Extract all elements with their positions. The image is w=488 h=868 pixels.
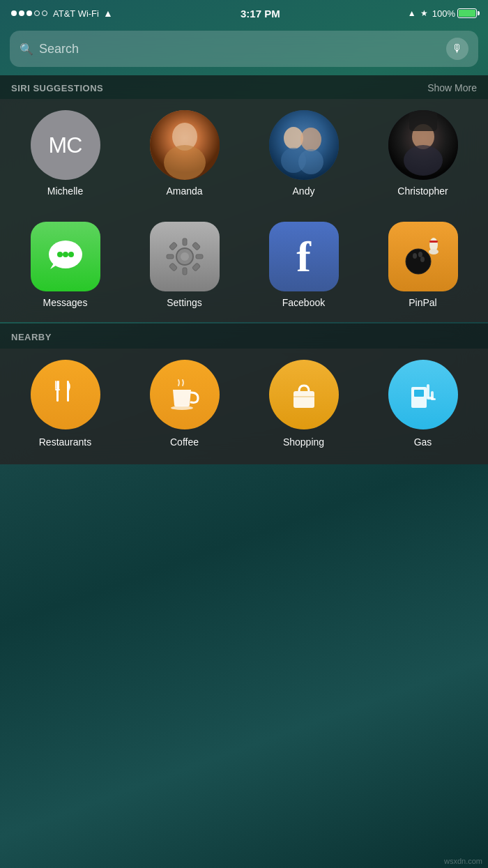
status-right: ▲ ★ 100% [408,8,477,19]
svg-rect-20 [183,268,187,275]
nearby-name-gas: Gas [414,436,432,448]
svg-point-11 [404,145,443,176]
battery-text: 100% [432,8,455,19]
svg-point-7 [298,149,323,174]
contact-name-michelle: Michelle [47,185,83,197]
app-name-pinpal: PinPal [409,297,436,308]
svg-rect-19 [183,238,187,245]
nearby-restaurants[interactable]: Restaurants [7,360,123,448]
facebook-letter: f [296,235,311,278]
contact-avatar-christopher [388,110,458,180]
status-left: AT&T Wi-Fi ▲ [11,8,113,19]
status-bar: AT&T Wi-Fi ▲ 3:17 PM ▲ ★ 100% [0,0,488,25]
contact-avatar-andy [269,110,339,180]
christopher-photo [388,110,458,180]
siri-suggestions-header: SIRI SUGGESTIONS Show More [0,75,488,99]
contact-michelle[interactable]: MC Michelle [7,110,123,197]
svg-point-29 [418,252,422,257]
search-bar[interactable]: 🔍 Search 🎙 [10,31,478,67]
app-messages[interactable]: Messages [7,222,123,308]
app-icon-messages [31,222,100,291]
svg-point-33 [429,249,439,254]
search-container: 🔍 Search 🎙 [0,25,488,75]
nearby-shopping[interactable]: Shopping [245,360,362,448]
svg-rect-37 [55,389,60,390]
svg-point-30 [420,257,425,262]
svg-point-2 [164,145,206,180]
svg-point-5 [300,128,321,151]
nearby-gas[interactable]: Gas [365,360,481,448]
contact-christopher[interactable]: Christopher [365,110,481,197]
contact-andy[interactable]: Andy [245,110,362,197]
bottom-area [0,466,488,647]
search-icon: 🔍 [20,43,33,56]
svg-rect-43 [414,390,424,397]
signal-dot-2 [19,10,24,16]
svg-point-27 [406,249,431,274]
status-time: 3:17 PM [241,8,280,20]
svg-rect-24 [192,242,200,250]
watermark: wsxdn.com [444,857,482,865]
battery-container: 100% [432,8,477,19]
svg-point-28 [413,253,417,259]
signal-dot-4 [34,10,40,16]
nearby-icon-restaurants [31,360,100,429]
bluetooth-icon: ★ [420,8,428,18]
nearby-coffee[interactable]: Coffee [126,360,243,448]
svg-rect-32 [429,241,438,243]
nearby-name-coffee: Coffee [170,436,199,448]
nearby-icon-gas [388,360,458,429]
svg-point-16 [68,252,74,257]
nearby-header: NEARBY [0,323,488,349]
app-pinpal[interactable]: PinPal [365,222,481,308]
svg-rect-36 [58,381,59,389]
contact-initials-michelle: MC [49,132,82,158]
svg-rect-21 [167,254,174,259]
svg-rect-26 [192,263,200,271]
mic-icon[interactable]: 🎙 [446,38,468,60]
svg-rect-35 [55,381,56,389]
contact-amanda[interactable]: Amanda [126,110,243,197]
contact-avatar-michelle: MC [31,110,100,180]
amanda-photo [150,110,220,180]
app-name-settings: Settings [167,297,202,308]
svg-rect-47 [431,398,436,400]
wifi-icon: ▲ [103,8,113,19]
contacts-grid: MC Michelle [0,99,488,211]
apps-grid: Messages [0,211,488,322]
contact-name-christopher: Christopher [397,185,448,197]
nearby-name-restaurants: Restaurants [39,436,91,448]
app-icon-pinpal [388,222,458,291]
svg-rect-25 [169,263,177,271]
nearby-icon-coffee [150,360,220,429]
app-icon-settings [150,222,220,291]
app-icon-facebook: f [269,222,339,291]
nearby-name-shopping: Shopping [283,436,324,448]
nearby-title: NEARBY [11,332,52,342]
battery-fill [459,10,475,17]
search-placeholder: Search [39,42,441,56]
svg-point-14 [57,252,63,257]
contact-avatar-amanda [150,110,220,180]
svg-point-18 [181,252,189,261]
svg-rect-40 [293,391,314,408]
battery-icon [457,8,477,18]
svg-rect-22 [196,254,203,259]
carrier-text: AT&T Wi-Fi [53,8,99,19]
location-icon: ▲ [408,8,416,18]
signal-dot-1 [11,10,17,16]
svg-point-4 [284,127,303,149]
contact-name-amanda: Amanda [166,185,202,197]
app-name-facebook: Facebook [282,297,325,308]
app-facebook[interactable]: f Facebook [245,222,362,308]
signal-dot-5 [42,10,47,16]
contact-name-andy: Andy [293,185,315,197]
signal-dot-3 [26,10,32,16]
svg-rect-10 [409,110,437,131]
nearby-grid: Restaurants Coffee [0,349,488,464]
svg-rect-23 [169,242,177,250]
show-more-button[interactable]: Show More [427,82,477,93]
app-settings[interactable]: Settings [126,222,243,308]
app-name-messages: Messages [43,297,88,308]
svg-point-15 [63,252,68,257]
